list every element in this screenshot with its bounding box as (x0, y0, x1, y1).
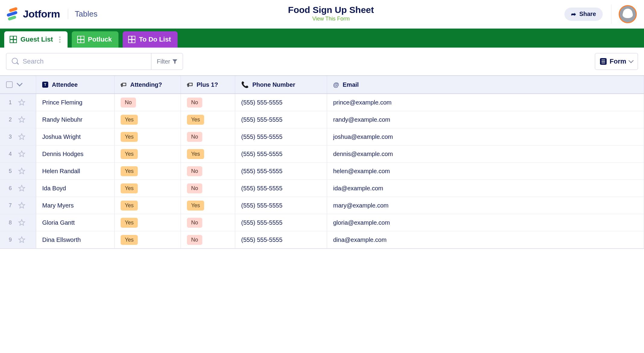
table-row[interactable]: 4 Dennis Hodges Yes Yes (555) 555-5555 d… (0, 145, 644, 163)
cell-email[interactable]: dina@example.com (327, 231, 644, 248)
tab-bar: Guest List Potluck To Do List (0, 28, 644, 48)
cell-phone[interactable]: (555) 555-5555 (235, 180, 327, 197)
chevron-down-icon[interactable] (17, 80, 23, 86)
tab-guest-list[interactable]: Guest List (4, 31, 68, 48)
cell-plus1[interactable]: Yes (181, 197, 235, 214)
cell-email[interactable]: prince@example.com (327, 94, 644, 111)
view-switcher-button[interactable]: Form (595, 53, 638, 70)
cell-attendee[interactable]: Dina Ellsworth (36, 231, 115, 248)
cell-attendee[interactable]: Randy Niebuhr (36, 111, 115, 128)
cell-phone[interactable]: (555) 555-5555 (235, 94, 327, 111)
col-header-attendee[interactable]: Attendee (36, 76, 115, 93)
svg-marker-3 (19, 151, 25, 157)
cell-attending[interactable]: Yes (115, 128, 181, 145)
svg-marker-0 (19, 99, 25, 105)
cell-phone[interactable]: (555) 555-5555 (235, 163, 327, 180)
cell-plus1[interactable]: No (181, 128, 235, 145)
cell-attending[interactable]: Yes (115, 197, 181, 214)
cell-email[interactable]: helen@example.com (327, 163, 644, 180)
cell-phone[interactable]: (555) 555-5555 (235, 145, 327, 162)
cell-plus1[interactable]: Yes (181, 111, 235, 128)
cell-email[interactable]: gloria@example.com (327, 214, 644, 231)
row-number: 9 (8, 237, 13, 243)
cell-attending[interactable]: No (115, 94, 181, 111)
tab-more-icon[interactable] (59, 36, 61, 43)
tag-icon (121, 81, 127, 88)
table-row[interactable]: 2 Randy Niebuhr Yes Yes (555) 555-5555 r… (0, 111, 644, 128)
topbar: Jotform Tables Food Sign Up Sheet View T… (0, 0, 644, 28)
cell-attending[interactable]: Yes (115, 163, 181, 180)
star-icon[interactable] (18, 150, 25, 158)
row-number: 7 (8, 202, 13, 209)
table-row[interactable]: 3 Joshua Wright Yes No (555) 555-5555 jo… (0, 128, 644, 145)
cell-attending[interactable]: Yes (115, 145, 181, 162)
table-row[interactable]: 9 Dina Ellsworth Yes No (555) 555-5555 d… (0, 231, 644, 248)
cell-plus1[interactable]: No (181, 214, 235, 231)
filter-button[interactable]: Filter (151, 53, 183, 70)
cell-email[interactable]: joshua@example.com (327, 128, 644, 145)
star-icon[interactable] (18, 236, 25, 243)
cell-email[interactable]: ida@example.com (327, 180, 644, 197)
row-number: 1 (8, 99, 13, 106)
star-icon[interactable] (18, 133, 25, 140)
row-number: 4 (8, 151, 13, 157)
table-row[interactable]: 1 Prince Fleming No No (555) 555-5555 pr… (0, 94, 644, 111)
table-row[interactable]: 5 Helen Randall Yes No (555) 555-5555 he… (0, 163, 644, 180)
star-icon[interactable] (18, 116, 25, 123)
table-row[interactable]: 7 Mary Myers Yes Yes (555) 555-5555 mary… (0, 197, 644, 214)
at-icon (333, 81, 339, 88)
brand-section[interactable]: Tables (75, 9, 97, 19)
cell-attendee[interactable]: Ida Boyd (36, 180, 115, 197)
cell-attendee[interactable]: Joshua Wright (36, 128, 115, 145)
cell-attendee[interactable]: Prince Fleming (36, 94, 115, 111)
star-icon[interactable] (18, 219, 25, 226)
col-header-phone[interactable]: Phone Number (235, 76, 327, 93)
cell-attending[interactable]: Yes (115, 231, 181, 248)
col-header-plus1[interactable]: Plus 1? (181, 76, 235, 93)
tab-label: Guest List (21, 36, 53, 43)
cell-plus1[interactable]: Yes (181, 145, 235, 162)
cell-phone[interactable]: (555) 555-5555 (235, 231, 327, 248)
svg-marker-6 (19, 202, 25, 208)
select-all-checkbox[interactable] (6, 81, 13, 88)
view-form-link[interactable]: View This Form (97, 16, 564, 22)
cell-attendee[interactable]: Mary Myers (36, 197, 115, 214)
avatar[interactable] (619, 5, 637, 23)
col-header-email[interactable]: Email (327, 76, 644, 93)
cell-email[interactable]: randy@example.com (327, 111, 644, 128)
header-controls-cell (0, 76, 36, 93)
cell-plus1[interactable]: No (181, 180, 235, 197)
search-input[interactable] (22, 57, 146, 66)
star-icon[interactable] (18, 185, 25, 192)
cell-attendee[interactable]: Dennis Hodges (36, 145, 115, 162)
star-icon[interactable] (18, 99, 25, 106)
form-view-icon (600, 58, 607, 65)
title-block: Food Sign Up Sheet View This Form (97, 5, 564, 22)
cell-phone[interactable]: (555) 555-5555 (235, 214, 327, 231)
tab-label: To Do List (139, 36, 171, 43)
cell-attending[interactable]: Yes (115, 214, 181, 231)
table-row[interactable]: 6 Ida Boyd Yes No (555) 555-5555 ida@exa… (0, 180, 644, 197)
cell-attendee[interactable]: Gloria Gantt (36, 214, 115, 231)
col-header-attending[interactable]: Attending? (115, 76, 181, 93)
cell-attending[interactable]: Yes (115, 111, 181, 128)
cell-phone[interactable]: (555) 555-5555 (235, 128, 327, 145)
cell-phone[interactable]: (555) 555-5555 (235, 197, 327, 214)
tab-potluck[interactable]: Potluck (72, 31, 118, 48)
cell-plus1[interactable]: No (181, 163, 235, 180)
cell-attendee[interactable]: Helen Randall (36, 163, 115, 180)
share-button[interactable]: ➦ Share (564, 8, 603, 21)
col-label: Email (343, 81, 359, 88)
table-row[interactable]: 8 Gloria Gantt Yes No (555) 555-5555 glo… (0, 214, 644, 231)
tab-todo[interactable]: To Do List (123, 31, 178, 48)
cell-email[interactable]: mary@example.com (327, 197, 644, 214)
cell-email[interactable]: dennis@example.com (327, 145, 644, 162)
cell-plus1[interactable]: No (181, 231, 235, 248)
col-label: Attendee (52, 81, 78, 88)
star-icon[interactable] (18, 202, 25, 209)
topbar-actions: ➦ Share (564, 5, 637, 24)
star-icon[interactable] (18, 167, 25, 175)
cell-attending[interactable]: Yes (115, 180, 181, 197)
cell-phone[interactable]: (555) 555-5555 (235, 111, 327, 128)
cell-plus1[interactable]: No (181, 94, 235, 111)
